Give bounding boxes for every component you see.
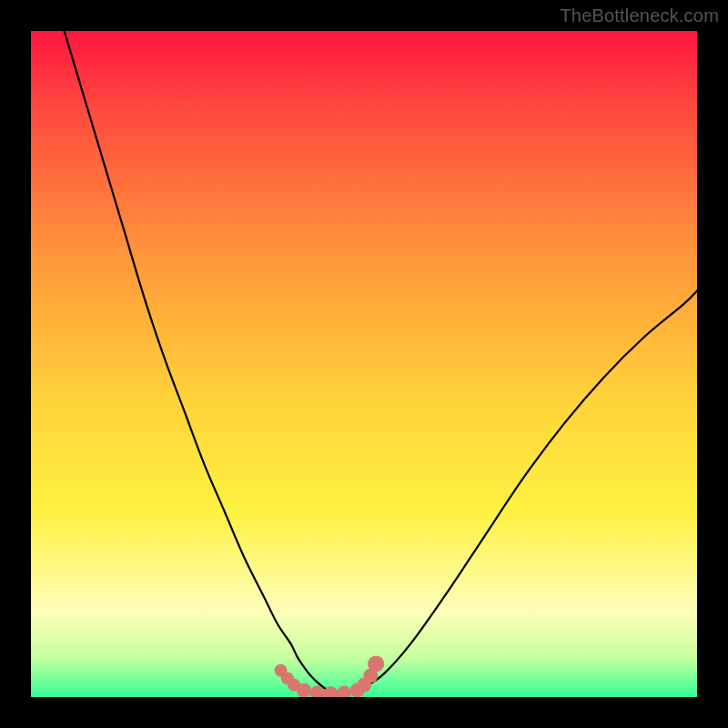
- highlight-markers: [275, 655, 385, 697]
- curve-layer: [31, 31, 697, 697]
- plot-area: [31, 31, 697, 697]
- bottleneck-curve: [65, 31, 697, 693]
- watermark-text: TheBottleneck.com: [560, 5, 719, 26]
- highlight-marker: [337, 686, 351, 697]
- chart-frame: TheBottleneck.com: [0, 0, 728, 728]
- highlight-marker: [368, 655, 384, 672]
- highlight-marker: [297, 683, 311, 697]
